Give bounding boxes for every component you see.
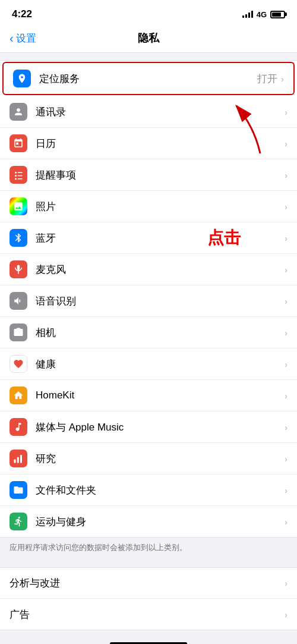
research-icon xyxy=(10,450,27,467)
contacts-icon xyxy=(10,103,27,121)
battery-icon xyxy=(270,11,285,18)
camera-label: 相机 xyxy=(36,326,285,340)
location-services-item[interactable]: 定位服务 打开 › xyxy=(2,62,295,95)
status-icons: 4G xyxy=(242,10,285,19)
reminders-label: 提醒事项 xyxy=(36,168,285,182)
fitness-icon xyxy=(10,513,27,530)
list-item[interactable]: 运动与健身 › xyxy=(0,506,297,537)
back-chevron-icon: ‹ xyxy=(10,32,14,44)
svg-point-2 xyxy=(15,175,17,177)
research-chevron-icon: › xyxy=(285,454,287,464)
list-item[interactable]: 相机 › xyxy=(0,317,297,348)
contacts-chevron-icon: › xyxy=(285,107,287,117)
location-icon xyxy=(13,70,31,87)
health-label: 健康 xyxy=(36,357,285,371)
list-item[interactable]: HomeKit › xyxy=(0,380,297,411)
bluetooth-chevron-icon: › xyxy=(285,233,287,243)
section-main: 定位服务 打开 › 通讯录 › xyxy=(0,60,297,538)
list-item[interactable]: 文件和文件夹 › xyxy=(0,475,297,506)
signal-icon xyxy=(242,11,253,18)
homekit-icon xyxy=(10,387,27,404)
svg-rect-6 xyxy=(18,178,23,180)
health-icon xyxy=(10,355,27,373)
location-services-value: 打开 xyxy=(257,72,277,86)
svg-point-3 xyxy=(15,178,17,180)
network-label: 4G xyxy=(257,10,267,19)
svg-rect-4 xyxy=(18,172,23,174)
back-button[interactable]: ‹ 设置 xyxy=(10,32,36,45)
ads-chevron-icon: › xyxy=(285,610,287,620)
calendar-icon xyxy=(10,134,27,152)
section-2: 分析与改进 › 广告 › xyxy=(0,567,297,630)
list-item[interactable]: 蓝牙 › xyxy=(0,222,297,254)
status-time: 4:22 xyxy=(12,8,32,20)
list-item[interactable]: 照片 › xyxy=(0,191,297,222)
speech-label: 语音识别 xyxy=(36,294,285,308)
svg-rect-5 xyxy=(18,175,23,177)
svg-point-1 xyxy=(15,172,17,174)
health-chevron-icon: › xyxy=(285,359,287,369)
fitness-chevron-icon: › xyxy=(285,517,287,527)
media-label: 媒体与 Apple Music xyxy=(36,420,285,434)
bluetooth-label: 蓝牙 xyxy=(36,231,285,245)
list-item[interactable]: 研究 › xyxy=(0,443,297,475)
media-chevron-icon: › xyxy=(285,422,287,432)
analytics-item[interactable]: 分析与改进 › xyxy=(0,568,297,599)
homekit-label: HomeKit xyxy=(36,389,285,401)
photos-label: 照片 xyxy=(36,200,285,213)
bluetooth-icon xyxy=(10,229,27,247)
list-item[interactable]: 提醒事项 › xyxy=(0,159,297,191)
microphone-chevron-icon: › xyxy=(285,265,287,275)
files-icon xyxy=(10,481,27,499)
ads-item[interactable]: 广告 › xyxy=(0,599,297,630)
list-item[interactable]: 健康 › xyxy=(0,348,297,380)
ads-label: 广告 xyxy=(10,608,285,621)
svg-rect-9 xyxy=(20,455,22,463)
speech-chevron-icon: › xyxy=(285,296,287,306)
media-icon xyxy=(10,418,27,436)
list-item[interactable]: 媒体与 Apple Music › xyxy=(0,411,297,443)
list-item[interactable]: 麦克风 › xyxy=(0,254,297,285)
status-bar: 4:22 4G xyxy=(0,0,297,26)
calendar-label: 日历 xyxy=(36,137,285,150)
contacts-label: 通讯录 xyxy=(36,105,285,119)
location-chevron-icon: › xyxy=(281,74,284,84)
research-label: 研究 xyxy=(36,452,285,466)
photos-icon xyxy=(10,197,27,215)
calendar-chevron-icon: › xyxy=(285,139,287,149)
list-item[interactable]: 语音识别 › xyxy=(0,285,297,317)
homekit-chevron-icon: › xyxy=(285,391,287,401)
camera-icon xyxy=(10,323,27,341)
nav-bar: ‹ 设置 隐私 xyxy=(0,26,297,53)
analytics-label: 分析与改进 xyxy=(10,576,285,590)
speech-icon xyxy=(10,292,27,310)
camera-chevron-icon: › xyxy=(285,328,287,338)
analytics-chevron-icon: › xyxy=(285,578,287,588)
location-services-label: 定位服务 xyxy=(39,72,257,86)
list-item[interactable]: 通讯录 › xyxy=(0,96,297,128)
settings-group: 定位服务 打开 › 通讯录 › xyxy=(0,60,297,538)
fitness-label: 运动与健身 xyxy=(36,515,285,529)
photos-chevron-icon: › xyxy=(285,202,287,212)
reminders-chevron-icon: › xyxy=(285,170,287,180)
microphone-label: 麦克风 xyxy=(36,263,285,277)
page-title: 隐私 xyxy=(138,31,159,45)
svg-rect-7 xyxy=(14,460,16,463)
files-chevron-icon: › xyxy=(285,485,287,495)
back-label: 设置 xyxy=(16,32,36,45)
section-2-group: 分析与改进 › 广告 › xyxy=(0,567,297,630)
files-label: 文件和文件夹 xyxy=(36,483,285,497)
microphone-icon xyxy=(10,260,27,278)
footer-note: 应用程序请求访问您的数据时会被添加到以上类别。 xyxy=(0,538,297,560)
list-item[interactable]: 日历 › xyxy=(0,128,297,159)
svg-rect-8 xyxy=(17,457,19,463)
reminders-icon xyxy=(10,166,27,184)
